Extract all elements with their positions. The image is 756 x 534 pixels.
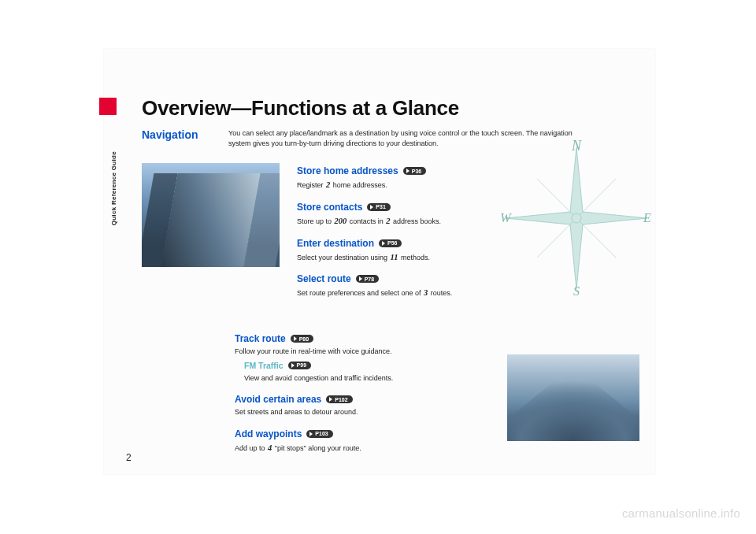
page-ref-badge: P56: [379, 239, 402, 247]
page-ref-badge: P78: [356, 275, 379, 283]
image-highway: [507, 354, 639, 441]
feature-store-home: Store home addresses P36 Register 2 home…: [297, 163, 639, 191]
feature-title: Enter destination P56: [297, 238, 402, 249]
page-number: 2: [126, 452, 132, 463]
feature-subtitle-fm-traffic: FM Traffic P99: [244, 361, 311, 370]
feature-title: Track route P80: [235, 333, 313, 344]
section-upper: N E S W Store home addresses P36 Registe…: [142, 163, 639, 307]
feature-title-text: Track route: [235, 333, 286, 344]
feature-add-waypoints: Add waypoints P103 Add up to 4 "pit stop…: [235, 426, 487, 454]
image-skyscrapers: [142, 163, 280, 267]
intro-row: Navigation You can select any place/land…: [142, 128, 639, 149]
svg-text:E: E: [643, 211, 651, 224]
feature-desc: Follow your route in real-time with voic…: [235, 347, 487, 358]
feature-desc: Set streets and areas to detour around.: [235, 407, 487, 418]
feature-list-upper: Store home addresses P36 Register 2 home…: [297, 163, 639, 307]
section-tab: [99, 98, 117, 115]
feature-title: Store home addresses P36: [297, 165, 426, 176]
feature-desc: Register 2 home addresses.: [297, 179, 639, 191]
content-area: Overview—Functions at a Glance Navigatio…: [142, 96, 639, 462]
page-ref-badge: P99: [288, 362, 311, 369]
feature-store-contacts: Store contacts P31 Store up to 200 conta…: [297, 199, 639, 228]
feature-title-text: Store contacts: [297, 202, 362, 213]
feature-title-text: Store home addresses: [297, 165, 398, 176]
feature-desc: Add up to 4 "pit stops" along your route…: [235, 442, 487, 454]
page-ref-badge: P103: [306, 430, 332, 438]
feature-sub-desc: View and avoid congestion and traffic in…: [244, 373, 487, 384]
watermark-text: carmanualsonline.info: [622, 506, 740, 520]
page-ref-badge: P36: [403, 167, 426, 175]
navigation-heading: Navigation: [142, 128, 214, 149]
feature-title: Avoid certain areas P102: [235, 394, 353, 405]
page-ref-badge: P102: [326, 395, 352, 403]
feature-title-text: Enter destination: [297, 238, 374, 249]
page-title: Overview—Functions at a Glance: [142, 96, 639, 121]
side-guide-label: Quick Reference Guide: [110, 151, 117, 225]
feature-desc: Select your destination using 11 methods…: [297, 251, 639, 264]
section-lower: Track route P80 Follow your route in rea…: [142, 331, 639, 462]
feature-title-text: Avoid certain areas: [235, 394, 321, 405]
feature-title: Select route P78: [297, 273, 379, 284]
feature-title-text: Add waypoints: [235, 428, 302, 439]
feature-subtitle-text: FM Traffic: [244, 361, 284, 370]
feature-select-route: Select route P78 Set route preferences a…: [297, 271, 639, 299]
intro-text: You can select any place/landmark as a d…: [228, 128, 575, 149]
feature-track-route: Track route P80 Follow your route in rea…: [235, 331, 487, 384]
feature-desc: Store up to 200 contacts in 2 address bo…: [297, 215, 639, 228]
page-ref-badge: P31: [367, 203, 390, 211]
page-ref-badge: P80: [291, 335, 313, 343]
feature-avoid-areas: Avoid certain areas P102 Set streets and…: [235, 391, 487, 418]
feature-title: Add waypoints P103: [235, 428, 333, 439]
feature-title-text: Select route: [297, 273, 351, 284]
feature-desc: Set route preferences and select one of …: [297, 287, 639, 299]
feature-title: Store contacts P31: [297, 202, 391, 213]
feature-enter-destination: Enter destination P56 Select your destin…: [297, 235, 639, 264]
feature-list-lower: Track route P80 Follow your route in rea…: [235, 331, 487, 462]
manual-page: Quick Reference Guide 2 Overview—Functio…: [104, 49, 655, 474]
